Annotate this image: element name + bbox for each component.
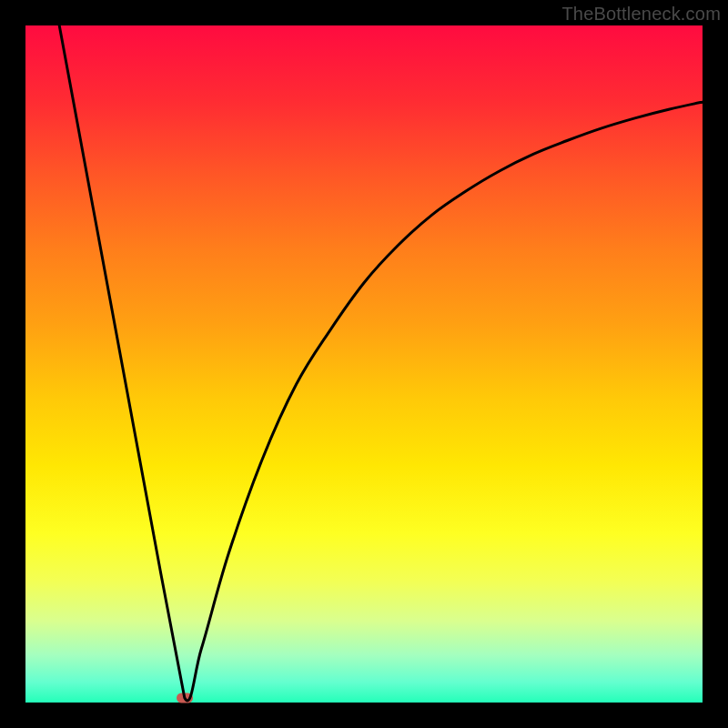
watermark-text: TheBottleneck.com [561, 4, 721, 25]
chart-frame: TheBottleneck.com [0, 0, 728, 728]
plot-area [25, 25, 703, 703]
curve-svg [25, 25, 703, 703]
curve-path [59, 25, 703, 701]
